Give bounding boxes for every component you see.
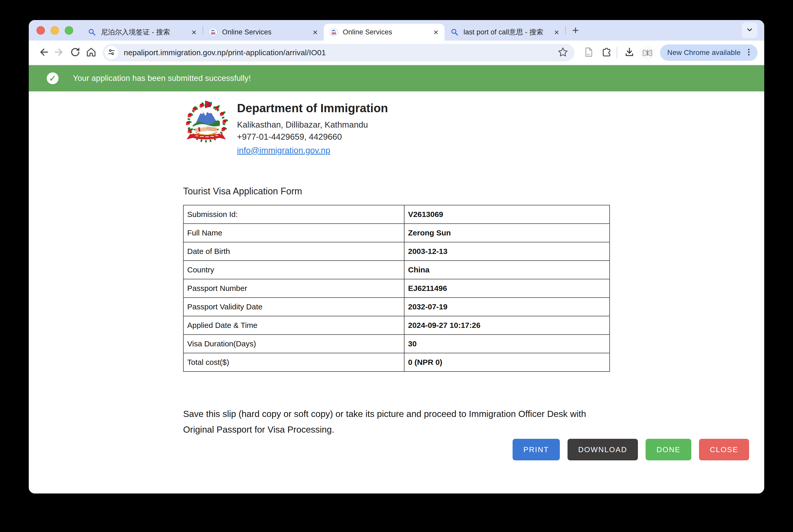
browser-tab-1[interactable]: 尼泊尔入境签证 - 搜索× (82, 24, 203, 41)
row-label: Country (183, 261, 404, 279)
browser-tab-2[interactable]: Online Services× (203, 24, 324, 41)
back-icon (37, 46, 50, 59)
tab-close-button[interactable]: × (311, 28, 319, 36)
row-label: Date of Birth (183, 242, 404, 261)
home-icon (85, 46, 97, 59)
done-button[interactable]: DONE (646, 439, 691, 460)
extensions-button[interactable] (598, 45, 614, 61)
row-value: Zerong Sun (404, 224, 610, 242)
site-favicon (329, 28, 338, 36)
table-row: Total cost($)0 (NPR 0) (183, 353, 610, 372)
tab-close-button[interactable]: × (432, 28, 440, 36)
back-button[interactable] (35, 45, 51, 61)
search-icon (450, 28, 459, 36)
department-header: Department of Immigration Kalikasthan, D… (183, 100, 764, 157)
tab-title: 尼泊尔入境签证 - 搜索 (101, 27, 186, 37)
row-value: 2003-12-13 (404, 242, 610, 261)
tab-title: Online Services (343, 28, 428, 36)
forward-button[interactable] (51, 45, 67, 61)
row-value: 30 (404, 335, 610, 353)
extensions-puzzle-icon (600, 46, 612, 59)
application-slip: Department of Immigration Kalikasthan, D… (29, 91, 764, 460)
browser-tab-3[interactable]: Online Services× (324, 24, 445, 41)
success-check-icon: ✓ (47, 72, 59, 84)
table-row: Passport Validity Date2032-07-19 (183, 298, 610, 316)
page-content: ✓ Your application has been submitted su… (29, 65, 764, 493)
browser-tab-4[interactable]: last port of call意思 - 搜索× (445, 24, 565, 41)
table-row: CountryChina (183, 261, 610, 279)
row-value: 0 (NPR 0) (404, 353, 610, 372)
site-settings-button[interactable] (105, 46, 118, 59)
reading-list-button[interactable] (581, 45, 597, 61)
tab-close-button[interactable]: × (553, 28, 561, 36)
url-text[interactable]: nepaliport.immigration.gov.np/print-appl… (124, 48, 553, 57)
browser-window: 尼泊尔入境签证 - 搜索×Online Services×Online Serv… (29, 20, 764, 493)
download-button[interactable]: DOWNLOAD (568, 439, 638, 460)
fullscreen-window-button[interactable] (65, 26, 73, 35)
table-row: Applied Date & Time2024-09-27 10:17:26 (183, 316, 610, 335)
new-tab-button[interactable]: + (568, 23, 583, 38)
tab-divider (565, 26, 566, 35)
browser-toolbar: nepaliport.immigration.gov.np/print-appl… (29, 41, 764, 65)
minimize-window-button[interactable] (51, 26, 59, 35)
toolbar-divider (617, 47, 617, 58)
row-label: Submission Id: (183, 205, 404, 224)
table-row: Full NameZerong Sun (183, 224, 610, 242)
row-value: 2024-09-27 10:17:26 (404, 316, 610, 335)
site-settings-icon (107, 48, 116, 57)
tab-close-button[interactable]: × (190, 28, 198, 36)
row-value: China (404, 261, 610, 279)
tab-search-chevron-icon (745, 25, 754, 35)
table-row: Submission Id:V2613069 (183, 205, 610, 224)
address-bar[interactable]: nepaliport.immigration.gov.np/print-appl… (103, 44, 574, 61)
window-controls (36, 26, 73, 35)
close-window-button[interactable] (36, 26, 45, 35)
row-value: EJ6211496 (404, 279, 610, 298)
action-buttons: PRINTDOWNLOADDONECLOSE (183, 439, 749, 460)
download-icon (624, 46, 635, 59)
table-row: Visa Duration(Days)30 (183, 335, 610, 353)
department-address: Kalikasthan, Dillibazar, Kathmandu (237, 119, 388, 131)
table-row: Passport NumberEJ6211496 (183, 279, 610, 298)
table-row: Date of Birth2003-12-13 (183, 242, 610, 261)
success-banner: ✓ Your application has been submitted su… (29, 65, 764, 91)
row-label: Passport Validity Date (183, 298, 404, 316)
tabs-container: 尼泊尔入境签证 - 搜索×Online Services×Online Serv… (82, 20, 566, 41)
tab-title: Online Services (222, 28, 307, 36)
profile-avatar[interactable] (640, 45, 655, 60)
forward-icon (53, 46, 65, 59)
row-value: 2032-07-19 (404, 298, 610, 316)
nepal-emblem-logo (183, 100, 229, 146)
reading-list-icon (583, 46, 594, 59)
chrome-update-pill[interactable]: New Chrome available (660, 44, 758, 61)
tab-strip: 尼泊尔入境签证 - 搜索×Online Services×Online Serv… (29, 20, 764, 41)
search-icon (88, 28, 96, 36)
chrome-update-label: New Chrome available (667, 49, 741, 57)
row-label: Visa Duration(Days) (183, 335, 404, 353)
site-favicon (209, 28, 218, 36)
print-button[interactable]: PRINT (513, 439, 560, 460)
department-email-link[interactable]: info@immigration.gov.np (237, 144, 330, 157)
bookmark-button[interactable] (555, 45, 571, 61)
row-label: Passport Number (183, 279, 404, 298)
department-phone: +977-01-4429659, 4429660 (237, 131, 388, 143)
row-value: V2613069 (404, 205, 610, 224)
home-button[interactable] (83, 45, 99, 61)
department-title: Department of Immigration (237, 101, 388, 115)
row-label: Total cost($) (183, 353, 404, 372)
bookmark-star-icon (557, 46, 569, 59)
row-label: Full Name (183, 224, 404, 242)
tab-title: last port of call意思 - 搜索 (464, 27, 549, 37)
form-title: Tourist Visa Application Form (183, 186, 764, 197)
row-label: Applied Date & Time (183, 316, 404, 335)
success-message: Your application has been submitted succ… (73, 74, 251, 83)
more-menu-icon[interactable] (744, 47, 754, 58)
application-table: Submission Id:V2613069Full NameZerong Su… (183, 205, 610, 372)
reload-button[interactable] (67, 45, 83, 61)
instruction-note: Save this slip (hard copy or soft copy) … (183, 406, 599, 437)
tab-search-button[interactable] (742, 22, 758, 38)
downloads-button[interactable] (621, 45, 637, 61)
reload-icon (69, 46, 81, 59)
close-button[interactable]: CLOSE (699, 439, 749, 460)
department-info: Department of Immigration Kalikasthan, D… (237, 100, 388, 157)
